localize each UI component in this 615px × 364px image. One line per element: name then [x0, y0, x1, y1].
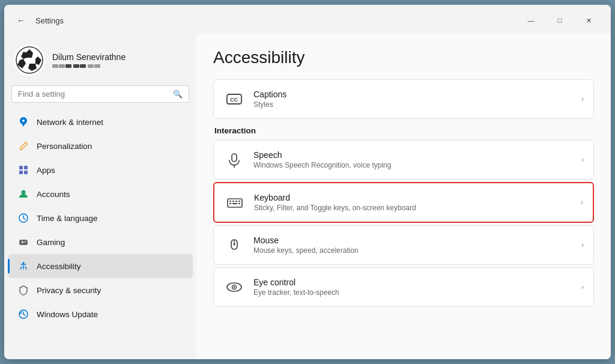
- network-icon: [17, 116, 29, 128]
- keyboard-title: Keyboard: [254, 193, 581, 202]
- user-profile: Dilum Senevirathne: [4, 38, 196, 85]
- sidebar-item-apps[interactable]: Apps: [8, 158, 193, 182]
- titlebar: ← Settings — □ ✕: [4, 5, 611, 34]
- svg-rect-26: [232, 203, 237, 204]
- svg-rect-18: [232, 154, 237, 162]
- svg-rect-24: [238, 201, 240, 202]
- svg-text:CC: CC: [230, 97, 238, 103]
- mouse-title: Mouse: [253, 235, 581, 245]
- card-speech[interactable]: Speech Windows Speech Recognition, voice…: [213, 140, 594, 180]
- close-button[interactable]: ✕: [575, 11, 602, 30]
- dot5: [80, 64, 86, 68]
- card-captions[interactable]: CC Captions Styles ›: [213, 79, 594, 119]
- sidebar-item-network[interactable]: Network & internet: [8, 110, 193, 134]
- captions-subtitle: Styles: [253, 100, 581, 109]
- update-icon: [17, 308, 29, 320]
- captions-chevron: ›: [581, 95, 584, 103]
- speech-text: Speech Windows Speech Recognition, voice…: [253, 150, 581, 169]
- window-title: Settings: [35, 16, 64, 25]
- minimize-button[interactable]: —: [517, 11, 545, 30]
- keyboard-text: Keyboard Sticky, Filter, and Toggle keys…: [254, 193, 581, 212]
- sidebar-label-windows-update: Windows Update: [37, 310, 98, 319]
- sidebar-label-personalization: Personalization: [37, 142, 92, 151]
- card-keyboard[interactable]: Keyboard Sticky, Filter, and Toggle keys…: [213, 182, 594, 223]
- eye-control-text: Eye control Eye tracker, text-to-speech: [253, 278, 581, 297]
- sidebar: Dilum Senevirathne: [4, 34, 196, 359]
- sidebar-item-time[interactable]: Time & language: [8, 206, 193, 230]
- accessibility-icon: [17, 260, 29, 272]
- dot1: [52, 64, 58, 68]
- sidebar-label-accounts: Accounts: [37, 190, 70, 199]
- svg-point-33: [234, 287, 235, 288]
- speech-subtitle: Windows Speech Recognition, voice typing: [253, 161, 581, 169]
- svg-rect-10: [24, 171, 28, 174]
- svg-rect-25: [229, 203, 231, 204]
- maximize-button[interactable]: □: [546, 11, 574, 30]
- captions-icon: CC: [223, 88, 245, 110]
- sidebar-item-accessibility[interactable]: Accessibility: [8, 254, 193, 278]
- card-eye-control[interactable]: Eye control Eye tracker, text-to-speech …: [213, 267, 594, 307]
- svg-point-30: [234, 243, 235, 245]
- titlebar-left: ← Settings: [13, 12, 64, 29]
- main-content: Accessibility CC Captions Styles › Inter…: [196, 34, 611, 359]
- settings-window: ← Settings — □ ✕: [4, 5, 611, 359]
- dot3: [65, 64, 71, 68]
- user-info: Dilum Senevirathne: [52, 52, 126, 68]
- back-button[interactable]: ←: [13, 12, 29, 29]
- sidebar-item-windows-update[interactable]: Windows Update: [8, 302, 193, 326]
- svg-point-11: [22, 190, 26, 195]
- sidebar-item-personalization[interactable]: Personalization: [8, 134, 193, 158]
- page-title: Accessibility: [213, 48, 594, 67]
- eye-control-icon: [223, 276, 245, 298]
- sidebar-label-accessibility: Accessibility: [37, 262, 81, 271]
- sidebar-item-privacy[interactable]: Privacy & security: [8, 278, 193, 302]
- mouse-subtitle: Mouse keys, speed, acceleration: [253, 246, 581, 255]
- speech-title: Speech: [253, 150, 581, 160]
- section-interaction-header: Interaction: [213, 126, 594, 135]
- search-input[interactable]: [18, 89, 168, 99]
- sidebar-label-time: Time & language: [37, 214, 98, 223]
- eye-control-title: Eye control: [253, 278, 581, 287]
- svg-rect-9: [19, 171, 23, 174]
- accounts-icon: [17, 188, 29, 200]
- captions-title: Captions: [253, 89, 581, 99]
- card-mouse[interactable]: Mouse Mouse keys, speed, acceleration ›: [213, 225, 594, 265]
- captions-text: Captions Styles: [253, 89, 581, 109]
- apps-icon: [17, 164, 29, 176]
- sidebar-label-network: Network & internet: [37, 118, 103, 127]
- speech-chevron: ›: [581, 156, 584, 164]
- window-controls: — □ ✕: [517, 11, 602, 30]
- dot2: [59, 64, 65, 68]
- search-icon: 🔍: [173, 89, 183, 99]
- sidebar-label-apps: Apps: [37, 166, 55, 175]
- mouse-icon: [223, 234, 245, 256]
- svg-rect-8: [24, 166, 28, 169]
- svg-rect-21: [229, 201, 231, 202]
- dot4: [73, 64, 79, 68]
- svg-rect-7: [19, 166, 23, 169]
- gaming-icon: [17, 236, 29, 248]
- svg-rect-27: [238, 203, 240, 204]
- avatar: [14, 44, 45, 76]
- keyboard-chevron: ›: [581, 198, 583, 207]
- svg-rect-23: [235, 201, 237, 202]
- eye-control-subtitle: Eye tracker, text-to-speech: [253, 288, 581, 297]
- user-name: Dilum Senevirathne: [52, 52, 126, 62]
- shield-icon: [17, 284, 29, 296]
- sidebar-label-privacy: Privacy & security: [37, 286, 101, 295]
- sidebar-label-gaming: Gaming: [37, 238, 65, 247]
- content-area: Dilum Senevirathne: [4, 34, 611, 359]
- user-dots: [52, 64, 126, 68]
- mouse-text: Mouse Mouse keys, speed, acceleration: [253, 235, 581, 255]
- sidebar-item-gaming[interactable]: Gaming: [8, 230, 193, 254]
- dot6: [88, 64, 94, 68]
- section-top: CC Captions Styles ›: [213, 79, 594, 119]
- search-box[interactable]: 🔍: [11, 85, 189, 103]
- dot7: [94, 64, 100, 68]
- svg-point-14: [23, 262, 25, 264]
- section-interaction: Interaction Speech Windows Speech Recogn…: [213, 126, 594, 307]
- clock-icon: [17, 212, 29, 224]
- sidebar-item-accounts[interactable]: Accounts: [8, 182, 193, 206]
- mouse-chevron: ›: [581, 241, 584, 249]
- eye-control-chevron: ›: [581, 283, 584, 291]
